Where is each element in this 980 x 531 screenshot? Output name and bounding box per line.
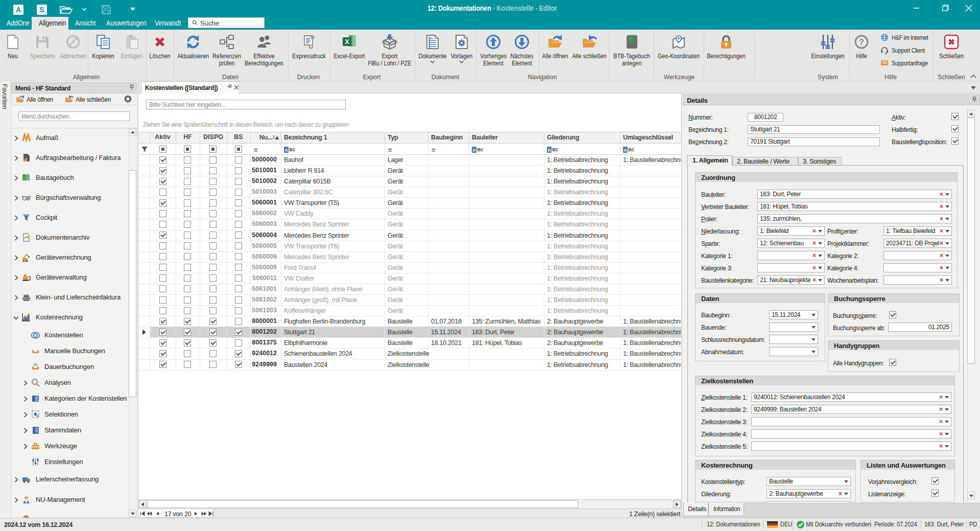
svg-text:BC: BC <box>477 147 484 152</box>
svg-text:A: A <box>472 148 476 153</box>
svg-text:BC: BC <box>290 147 296 152</box>
svg-text:?: ? <box>859 38 864 47</box>
svg-text:A: A <box>547 148 551 153</box>
svg-text:BC: BC <box>629 147 635 152</box>
svg-text:BC: BC <box>553 147 559 152</box>
svg-text:A: A <box>624 148 627 153</box>
svg-text:S: S <box>39 6 44 14</box>
svg-text:A: A <box>16 6 21 14</box>
svg-text:X: X <box>345 38 349 45</box>
svg-text:A: A <box>284 148 288 153</box>
